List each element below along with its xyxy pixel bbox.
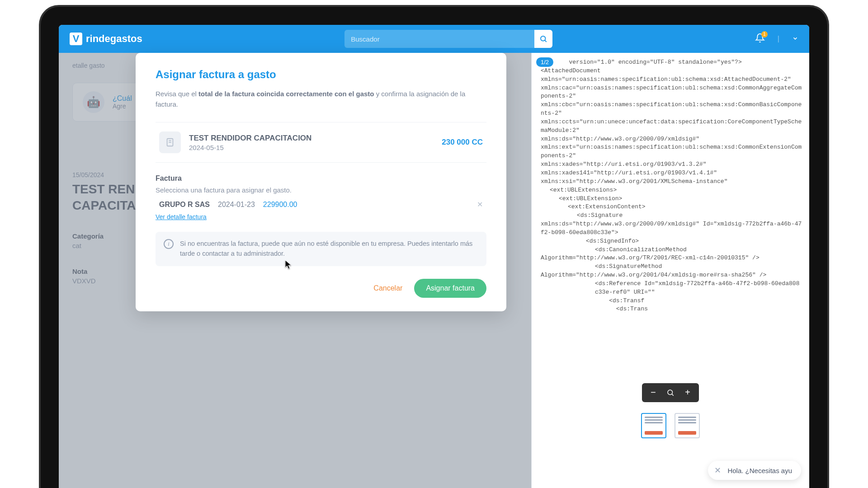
top-bar: V rindegastos 1 | — [59, 25, 809, 53]
intro-b: total de la factura coincida correctamen… — [198, 90, 374, 98]
info-banner: i Si no encuentras la factura, puede que… — [156, 232, 486, 266]
info-icon: i — [164, 239, 174, 249]
divider: | — [778, 35, 779, 43]
invoice-company: GRUPO R SAS — [159, 201, 210, 209]
chevron-down-icon[interactable] — [792, 35, 798, 43]
intro-a: Revisa que el — [156, 90, 198, 98]
notifications-button[interactable]: 1 — [755, 33, 765, 45]
cancel-button[interactable]: Cancelar — [373, 284, 402, 292]
svg-line-6 — [672, 394, 673, 395]
xml-content[interactable]: version="1.0" encoding="UTF-8" standalon… — [538, 57, 803, 314]
chat-text: Hola. ¿Necesitas ayu — [727, 467, 792, 474]
svg-line-1 — [545, 40, 547, 42]
view-invoice-detail-link[interactable]: Ver detalle factura — [156, 213, 207, 221]
search-button[interactable] — [534, 30, 552, 48]
zoom-search-button[interactable] — [664, 386, 677, 399]
brand-logo[interactable]: V rindegastos — [70, 33, 142, 45]
invoice-section-label: Factura — [156, 174, 486, 183]
expense-summary-row: TEST RENDIDOR CAPACITACION 2024-05-15 23… — [156, 122, 486, 163]
brand-name: rindegastos — [86, 33, 142, 45]
zoom-in-button[interactable]: + — [681, 386, 694, 399]
close-icon[interactable]: ✕ — [714, 465, 721, 475]
modal-intro: Revisa que el total de la factura coinci… — [156, 89, 486, 109]
svg-point-5 — [668, 390, 673, 395]
remove-invoice-button[interactable]: ✕ — [477, 200, 483, 209]
logo-mark-icon: V — [70, 33, 82, 45]
page-indicator: 1/2 — [536, 57, 553, 67]
assign-invoice-modal: Asignar factura a gasto Revisa que el to… — [136, 53, 506, 311]
modal-title: Asignar factura a gasto — [156, 68, 486, 81]
page-thumb-2[interactable] — [675, 413, 700, 438]
expense-amount: 230 000 CC — [442, 138, 483, 147]
invoice-amount: 229900.00 — [263, 201, 297, 209]
search-icon — [666, 389, 675, 397]
svg-point-0 — [541, 36, 546, 41]
info-text: Si no encuentras la factura, puede que a… — [180, 239, 478, 259]
assign-invoice-button[interactable]: Asignar factura — [414, 279, 486, 298]
search-box — [344, 30, 552, 48]
page-thumb-1[interactable] — [641, 413, 666, 438]
search-input[interactable] — [344, 35, 534, 43]
invoice-row[interactable]: GRUPO R SAS 2024-01-23 229900.00 ✕ — [156, 194, 486, 211]
expense-name: TEST RENDIDOR CAPACITACION — [189, 134, 434, 143]
expense-date-modal: 2024-05-15 — [189, 144, 434, 151]
help-chat-bubble[interactable]: ✕ Hola. ¿Necesitas ayu — [708, 461, 801, 480]
receipt-icon — [159, 131, 181, 153]
invoice-section-sub: Selecciona una factura para asignar el g… — [156, 186, 486, 194]
invoice-date: 2024-01-23 — [218, 201, 255, 209]
search-icon — [539, 35, 547, 43]
notification-badge: 1 — [761, 31, 768, 38]
page-thumbnails — [641, 413, 700, 438]
zoom-out-button[interactable]: − — [646, 386, 660, 399]
invoice-xml-preview-panel: 1/2 version="1.0" encoding="UTF-8" stand… — [531, 53, 809, 488]
zoom-controls: − + — [642, 383, 699, 402]
